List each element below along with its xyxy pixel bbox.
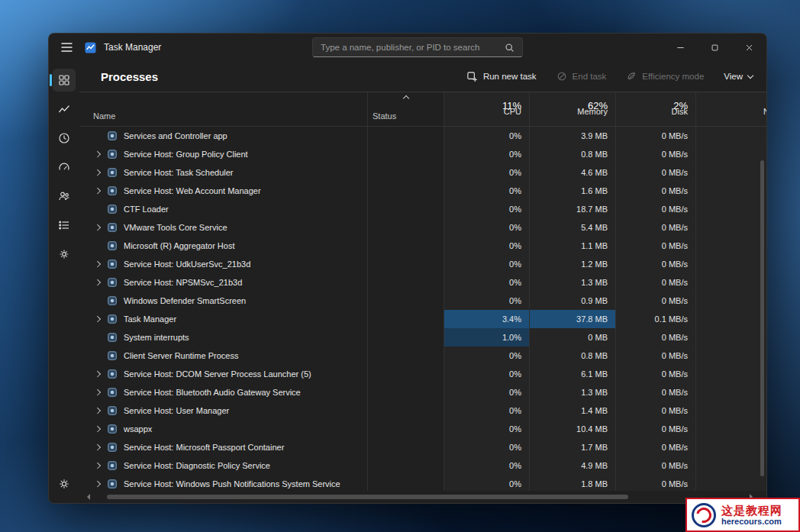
column-header-name[interactable]: Name xyxy=(79,92,368,126)
table-row[interactable]: Service Host: UdkUserSvc_21b3d 0% 1.2 MB… xyxy=(79,255,766,273)
process-name: Service Host: UdkUserSvc_21b3d xyxy=(124,260,250,269)
scroll-left-arrow-icon[interactable] xyxy=(84,494,90,500)
vertical-scrollbar[interactable] xyxy=(760,159,764,488)
column-label-disk: Disk xyxy=(672,102,688,121)
sidebar-item-app-history[interactable] xyxy=(53,127,76,150)
cell-status xyxy=(368,365,444,383)
efficiency-mode-button[interactable]: Efficiency mode xyxy=(626,71,704,82)
table-row[interactable]: Task Manager 3.4% 37.8 MB 0.1 MB/s xyxy=(79,310,766,328)
cell-disk: 0 MB/s xyxy=(616,200,696,218)
column-header-cpu[interactable]: 11% CPU xyxy=(444,92,530,126)
column-header-network[interactable]: Network xyxy=(696,92,766,126)
column-header-memory[interactable]: 62% Memory xyxy=(530,92,616,126)
table-row[interactable]: Service Host: User Manager 0% 1.4 MB 0 M… xyxy=(79,401,766,420)
table-row[interactable]: CTF Loader 0% 18.7 MB 0 MB/s xyxy=(79,200,766,218)
cell-name: Service Host: Group Policy Client xyxy=(79,145,368,163)
table-row[interactable]: Service Host: NPSMSvc_21b3d 0% 1.3 MB 0 … xyxy=(79,273,766,292)
watermark-text: 这是教程网 herecours.com xyxy=(721,504,782,527)
expand-chevron-icon[interactable] xyxy=(92,390,104,395)
expand-chevron-icon[interactable] xyxy=(92,445,104,450)
process-name: Service Host: Bluetooth Audio Gateway Se… xyxy=(124,388,301,397)
maximize-icon xyxy=(711,44,719,52)
sidebar-item-details[interactable] xyxy=(53,214,76,237)
horizontal-scrollbar-thumb[interactable] xyxy=(107,495,628,499)
table-row[interactable]: Service Host: Bluetooth Audio Gateway Se… xyxy=(79,383,766,401)
expand-chevron-icon[interactable] xyxy=(92,152,104,156)
cell-memory: 1.3 MB xyxy=(530,273,616,292)
expand-chevron-icon[interactable] xyxy=(92,189,104,193)
task-manager-window: Task Manager xyxy=(48,33,767,504)
process-name: Service Host: Task Scheduler xyxy=(124,168,233,177)
table-row[interactable]: wsappx 0% 10.4 MB 0 MB/s xyxy=(79,420,766,438)
process-icon xyxy=(107,387,118,398)
expand-chevron-icon[interactable] xyxy=(92,427,104,431)
table-row[interactable]: Service Host: Task Scheduler 0% 4.6 MB 0… xyxy=(79,163,766,182)
cell-memory: 18.7 MB xyxy=(530,200,616,218)
table-row[interactable]: Service Host: Group Policy Client 0% 0.8… xyxy=(79,145,766,163)
cell-name: Service Host: DCOM Server Process Launch… xyxy=(79,365,368,383)
process-name: Service Host: User Manager xyxy=(124,406,229,415)
cell-name: Windows Defender SmartScreen xyxy=(79,292,368,310)
search-input[interactable] xyxy=(313,43,505,52)
minimize-button[interactable] xyxy=(663,34,698,61)
cell-cpu: 3.4% xyxy=(444,310,530,328)
table-row[interactable]: System interrupts 1.0% 0 MB 0 MB/s xyxy=(79,328,766,347)
expand-chevron-icon[interactable] xyxy=(92,170,104,175)
cell-status xyxy=(368,292,444,310)
expand-chevron-icon[interactable] xyxy=(92,372,104,376)
expand-chevron-icon[interactable] xyxy=(92,317,104,321)
table-row[interactable]: VMware Tools Core Service 0% 5.4 MB 0 MB… xyxy=(79,218,766,237)
process-icon xyxy=(107,240,118,251)
sidebar-item-settings[interactable] xyxy=(53,472,76,495)
cell-network xyxy=(696,420,766,438)
horizontal-scrollbar-track[interactable] xyxy=(94,495,746,499)
expand-chevron-icon[interactable] xyxy=(92,463,104,468)
view-dropdown-button[interactable]: View xyxy=(724,72,753,81)
expand-chevron-icon[interactable] xyxy=(92,482,104,486)
sidebar-item-startup-apps[interactable] xyxy=(53,156,76,179)
sidebar-item-users[interactable] xyxy=(53,185,76,208)
table-row[interactable]: Service Host: Web Account Manager 0% 1.6… xyxy=(79,182,766,200)
table-row[interactable]: Service Host: Microsoft Passport Contain… xyxy=(79,438,766,456)
cell-name: Service Host: User Manager xyxy=(79,401,368,420)
cell-disk: 0 MB/s xyxy=(616,347,696,365)
end-task-button[interactable]: End task xyxy=(556,71,607,82)
table-row[interactable]: Service Host: Windows Push Notifications… xyxy=(79,475,766,491)
page-title: Processes xyxy=(101,70,158,83)
search-box[interactable] xyxy=(312,37,523,57)
process-icon xyxy=(107,479,118,489)
sidebar-item-processes[interactable] xyxy=(53,69,76,92)
process-icon xyxy=(107,424,118,434)
table-row[interactable]: Services and Controller app 0% 3.9 MB 0 … xyxy=(79,127,766,145)
cell-network xyxy=(696,163,766,182)
close-button[interactable] xyxy=(732,34,766,61)
column-header-status[interactable]: Status xyxy=(368,92,444,126)
table-row[interactable]: Service Host: Diagnostic Policy Service … xyxy=(79,456,766,475)
sidebar-item-services[interactable] xyxy=(53,243,76,266)
expand-chevron-icon[interactable] xyxy=(92,408,104,413)
table-row[interactable]: Windows Defender SmartScreen 0% 0.9 MB 0… xyxy=(79,292,766,310)
expand-chevron-icon[interactable] xyxy=(92,225,104,230)
cell-disk: 0 MB/s xyxy=(616,456,696,475)
table-row[interactable]: Client Server Runtime Process 0% 0.8 MB … xyxy=(79,347,766,365)
menu-button[interactable] xyxy=(53,36,79,59)
cell-memory: 0 MB xyxy=(530,328,616,347)
expand-chevron-icon[interactable] xyxy=(92,280,104,285)
cell-network xyxy=(696,200,766,218)
vertical-scrollbar-thumb[interactable] xyxy=(760,160,764,476)
table-row[interactable]: Microsoft (R) Aggregator Host 0% 1.1 MB … xyxy=(79,237,766,255)
cell-disk: 0 MB/s xyxy=(616,182,696,200)
table-row[interactable]: Service Host: DCOM Server Process Launch… xyxy=(79,365,766,383)
sidebar-item-performance[interactable] xyxy=(53,98,76,121)
process-icon xyxy=(107,204,118,214)
expand-chevron-icon[interactable] xyxy=(92,262,104,266)
maximize-button[interactable] xyxy=(698,34,732,61)
cell-memory: 1.2 MB xyxy=(530,255,616,273)
run-new-task-label: Run new task xyxy=(483,72,537,81)
run-new-task-button[interactable]: Run new task xyxy=(466,71,537,82)
horizontal-scrollbar[interactable] xyxy=(84,494,756,500)
column-header-disk[interactable]: 2% Disk xyxy=(616,92,696,126)
process-icon xyxy=(107,405,118,416)
cell-disk: 0 MB/s xyxy=(616,255,696,273)
cell-network xyxy=(696,365,766,383)
